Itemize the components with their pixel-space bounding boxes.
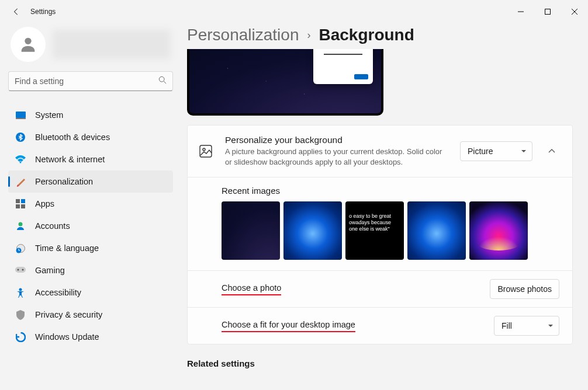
svg-rect-5 xyxy=(16,112,26,118)
card-header: Personalize your background A picture ba… xyxy=(188,126,572,177)
svg-point-18 xyxy=(22,269,24,271)
svg-point-17 xyxy=(18,269,19,271)
bluetooth-icon xyxy=(15,132,26,142)
nav-label: Gaming xyxy=(35,266,65,275)
apps-icon xyxy=(15,199,26,209)
nav-time[interactable]: Time & language xyxy=(8,237,173,259)
svg-rect-9 xyxy=(16,199,20,203)
nav-accessibility[interactable]: Accessibility xyxy=(8,281,173,304)
nav-label: Network & internet xyxy=(35,155,105,164)
nav-label: Bluetooth & devices xyxy=(35,133,110,142)
close-button[interactable] xyxy=(561,2,588,21)
svg-rect-12 xyxy=(21,204,25,208)
shield-icon xyxy=(15,309,26,320)
collapse-button[interactable] xyxy=(544,147,559,155)
recent-image-thumb[interactable]: o easy to be great owadays because one e… xyxy=(345,201,404,260)
recent-image-thumb[interactable] xyxy=(407,201,466,260)
nav-label: Privacy & security xyxy=(35,310,102,319)
nav-apps[interactable]: Apps xyxy=(8,193,173,215)
nav-list: System Bluetooth & devices Network & int… xyxy=(8,104,173,348)
minimize-button[interactable] xyxy=(507,2,534,21)
breadcrumb: Personalization › Background xyxy=(187,26,573,44)
card-title: Personalize your background xyxy=(225,135,448,145)
nav-system[interactable]: System xyxy=(8,104,173,126)
svg-point-13 xyxy=(19,222,23,227)
accessibility-icon xyxy=(15,287,26,298)
search-input[interactable] xyxy=(15,76,158,86)
svg-rect-11 xyxy=(16,204,20,208)
breadcrumb-current: Background xyxy=(319,26,414,44)
recent-image-thumb[interactable] xyxy=(222,201,280,260)
recent-images-title: Recent images xyxy=(222,186,559,196)
user-account-row[interactable] xyxy=(8,23,173,71)
svg-point-21 xyxy=(203,148,205,151)
breadcrumb-parent[interactable]: Personalization xyxy=(187,26,299,44)
user-info-redacted xyxy=(53,30,171,59)
svg-rect-1 xyxy=(545,9,551,15)
dropdown-value: Fill xyxy=(501,321,512,330)
display-icon xyxy=(15,110,26,120)
nav-gaming[interactable]: Gaming xyxy=(8,259,173,281)
nav-update[interactable]: Windows Update xyxy=(8,326,173,348)
nav-label: Windows Update xyxy=(35,332,99,342)
choose-fit-row: Choose a fit for your desktop image Fill xyxy=(188,307,572,344)
svg-rect-16 xyxy=(15,267,26,273)
background-type-dropdown[interactable]: Picture xyxy=(460,141,532,161)
recent-image-thumb[interactable] xyxy=(469,201,528,260)
gamepad-icon xyxy=(15,265,26,276)
dropdown-value: Picture xyxy=(468,147,493,156)
nav-network[interactable]: Network & internet xyxy=(8,148,173,170)
search-icon xyxy=(158,76,167,86)
wifi-icon xyxy=(15,154,26,165)
back-button[interactable] xyxy=(11,6,22,18)
person-icon xyxy=(15,221,26,231)
browse-photos-button[interactable]: Browse photos xyxy=(490,279,559,299)
sidebar: System Bluetooth & devices Network & int… xyxy=(0,23,181,390)
search-box[interactable] xyxy=(8,71,173,91)
svg-rect-10 xyxy=(21,199,25,203)
background-card: Personalize your background A picture ba… xyxy=(187,125,573,344)
recent-image-thumb[interactable] xyxy=(283,201,342,260)
svg-point-19 xyxy=(19,288,22,291)
button-label: Browse photos xyxy=(497,284,552,294)
svg-point-8 xyxy=(20,162,22,163)
svg-point-2 xyxy=(25,38,31,44)
card-description: A picture background applies to your cur… xyxy=(225,147,448,168)
svg-line-4 xyxy=(164,81,166,83)
main-content: Personalization › Background Personalize… xyxy=(181,23,588,390)
related-settings-title: Related settings xyxy=(187,358,573,368)
avatar xyxy=(11,27,46,62)
svg-rect-6 xyxy=(16,118,26,119)
nav-label: Apps xyxy=(35,199,54,208)
choose-fit-label: Choose a fit for your desktop image xyxy=(222,320,355,332)
maximize-button[interactable] xyxy=(534,2,561,21)
chevron-right-icon: › xyxy=(307,29,310,41)
titlebar: Settings xyxy=(0,0,588,23)
svg-point-3 xyxy=(159,76,164,82)
paintbrush-icon xyxy=(15,176,26,187)
window-title: Settings xyxy=(30,8,56,16)
fit-dropdown[interactable]: Fill xyxy=(494,316,559,336)
recent-images-section: Recent images o easy to be great owadays… xyxy=(188,177,572,270)
nav-label: System xyxy=(35,110,63,120)
nav-privacy[interactable]: Privacy & security xyxy=(8,304,173,326)
nav-bluetooth[interactable]: Bluetooth & devices xyxy=(8,126,173,148)
nav-label: Accessibility xyxy=(35,288,81,297)
picture-icon xyxy=(198,145,213,158)
nav-personalization[interactable]: Personalization xyxy=(8,170,173,193)
nav-label: Personalization xyxy=(35,177,93,186)
desktop-preview xyxy=(187,49,383,116)
choose-photo-label: Choose a photo xyxy=(222,283,281,295)
window-controls xyxy=(507,2,588,21)
nav-accounts[interactable]: Accounts xyxy=(8,215,173,237)
update-icon xyxy=(15,332,26,342)
nav-label: Time & language xyxy=(35,243,99,253)
nav-label: Accounts xyxy=(35,221,70,231)
preview-window-mock xyxy=(313,49,373,84)
clock-globe-icon xyxy=(15,243,26,253)
choose-photo-row: Choose a photo Browse photos xyxy=(188,270,572,307)
